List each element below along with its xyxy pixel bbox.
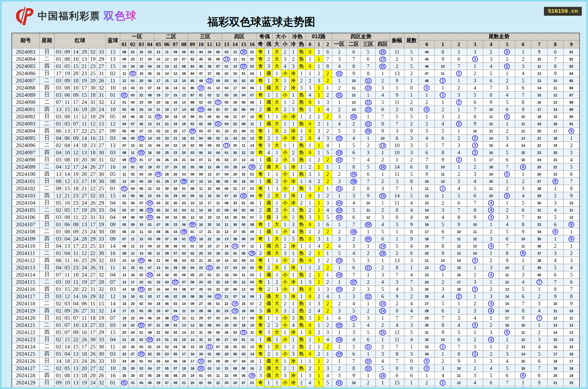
tailtrend-cell: 3 bbox=[467, 350, 483, 358]
flag-cell: 奇 bbox=[256, 185, 265, 192]
hit-flag: 大 bbox=[274, 63, 279, 69]
quadrant-cell: 6 bbox=[361, 336, 375, 343]
zone-cell: 08 bbox=[197, 163, 205, 171]
flag-cell: 大 bbox=[273, 372, 281, 379]
route-cell: 1 bbox=[305, 70, 314, 77]
route-cell: 2 bbox=[305, 365, 314, 372]
col-subheader: 07 bbox=[171, 41, 180, 48]
blue-hit-circle: 3 bbox=[472, 322, 478, 328]
red-ball-cell: 20 bbox=[89, 77, 97, 84]
zone-cell: 18 bbox=[120, 314, 128, 322]
route-cell: 2 bbox=[314, 350, 323, 358]
zone-cell: 23 bbox=[205, 243, 214, 250]
zone-cell: 13 bbox=[239, 156, 248, 163]
route-cell: 0 bbox=[305, 99, 314, 106]
tailtrend-cell: 5 bbox=[531, 350, 547, 358]
blue-hit-circle: 07 bbox=[172, 315, 179, 321]
amplitude-cell: 2 bbox=[390, 300, 404, 307]
zone-cell: 08 bbox=[248, 99, 256, 106]
red-ball-cell: 24 bbox=[89, 379, 97, 386]
tailtrend-cell: 8 bbox=[547, 63, 563, 70]
zone-cell: 28 bbox=[197, 307, 205, 314]
flag-cell: 热 bbox=[297, 221, 305, 228]
red-ball-cell: 03 bbox=[55, 156, 63, 163]
flag-cell: 3 bbox=[273, 185, 281, 192]
quadrant-cell: 1 bbox=[332, 99, 347, 106]
zone-cell: 18 bbox=[171, 113, 180, 120]
flag-cell: 大 bbox=[273, 120, 281, 127]
quadrant-cell: 2 bbox=[361, 142, 375, 149]
tailtrend-cell: 4 bbox=[483, 243, 499, 250]
zone-cell: 02 bbox=[128, 156, 137, 163]
hit-flag: 冷 bbox=[291, 71, 296, 76]
amplitude-cell: 13 bbox=[390, 70, 404, 77]
tailtrend-cell: 6 bbox=[451, 199, 467, 207]
tailtrend-cell: 13 bbox=[451, 386, 467, 389]
tailtrend-cell: 1 bbox=[563, 228, 580, 235]
tailtrend-cell: 13 bbox=[483, 127, 499, 135]
blue-hit-circle: 1 bbox=[440, 92, 446, 98]
zone-cell: 09 bbox=[248, 228, 256, 235]
red-ball-cell: 15 bbox=[80, 92, 89, 99]
zone-cell: 05 bbox=[128, 106, 137, 113]
tailtrend-cell: 3 bbox=[451, 92, 467, 99]
table-row: 2024094四06131722252709050827130222201709… bbox=[12, 127, 580, 135]
zone-cell: 58 bbox=[163, 386, 171, 389]
tailtrend-cell: 14 bbox=[499, 293, 515, 300]
tailtrend-cell: 3 bbox=[563, 257, 580, 264]
zone-cell: 17 bbox=[128, 279, 137, 286]
red-ball-cell: 19 bbox=[89, 178, 97, 185]
zone-cell: 18 bbox=[222, 271, 231, 279]
zone-cell: 04 bbox=[248, 70, 256, 77]
route-cell: 1 bbox=[314, 199, 323, 207]
zone-cell: 03 bbox=[214, 314, 222, 322]
red-ball-cell: 19 bbox=[89, 386, 97, 389]
quadrant-cell: 1 bbox=[375, 199, 390, 207]
hit-flag: 大 bbox=[274, 121, 279, 126]
tailtrend-cell: 11 bbox=[547, 307, 563, 314]
route-cell: 0 bbox=[305, 322, 314, 329]
flag-cell: 大 bbox=[273, 243, 281, 250]
table-row: 2024114日07111824273204121602041442400605… bbox=[12, 271, 580, 279]
issue-cell: 2024107 bbox=[12, 221, 39, 228]
site-badge[interactable]: 518158.cn bbox=[544, 7, 582, 16]
zone-cell: 04 bbox=[214, 322, 222, 329]
red-ball-cell: 08 bbox=[63, 113, 72, 120]
tailtrend-cell: 33 bbox=[419, 343, 435, 350]
tail-cell: 1 bbox=[404, 264, 418, 271]
tailtrend-cell: 2 bbox=[451, 99, 467, 106]
zone-cell: 27 bbox=[197, 300, 205, 307]
flag-cell: 1 bbox=[273, 199, 281, 207]
tailtrend-cell: 2 bbox=[499, 343, 515, 350]
zone-cell: 27 bbox=[222, 336, 231, 343]
zone-cell: 02 bbox=[205, 92, 214, 99]
tailtrend-cell: 25 bbox=[531, 163, 547, 171]
tailtrend-cell: 15 bbox=[547, 113, 563, 120]
flag-cell: 热 bbox=[297, 63, 305, 70]
tailtrend-cell: 19 bbox=[483, 171, 499, 178]
zone-cell: 03 bbox=[154, 135, 163, 142]
hit-flag: 冷 bbox=[291, 265, 296, 270]
tailtrend-cell: 17 bbox=[499, 314, 515, 322]
zone-cell: 04 bbox=[171, 343, 180, 350]
zone-cell: 11 bbox=[146, 113, 154, 120]
quadrant-cell: 1 bbox=[332, 358, 347, 365]
zone-cell: 03 bbox=[222, 77, 231, 84]
quadrant-cell: 1 bbox=[332, 142, 347, 149]
hit-flag: 热 bbox=[299, 365, 304, 371]
amplitude-cell: 15 bbox=[390, 386, 404, 389]
flag-cell: 奇 bbox=[256, 264, 265, 271]
route-cell: 2 bbox=[323, 264, 332, 271]
blue-ball-cell: 09 bbox=[106, 221, 120, 228]
quadrant-cell: 1 bbox=[361, 228, 375, 235]
tail-cell: 4 bbox=[404, 336, 418, 343]
zone-cell: 26 bbox=[154, 358, 163, 365]
hit-flag: 热 bbox=[299, 186, 304, 191]
quadrant-cell: 3 bbox=[332, 372, 347, 379]
red-ball-cell: 07 bbox=[55, 99, 63, 106]
hit-flag: 大 bbox=[274, 358, 279, 364]
zone-cell: 20 bbox=[154, 99, 163, 106]
flag-cell: 3 bbox=[265, 142, 273, 149]
zone-cell: 12 bbox=[214, 379, 222, 386]
red-ball-cell: 05 bbox=[55, 199, 63, 207]
